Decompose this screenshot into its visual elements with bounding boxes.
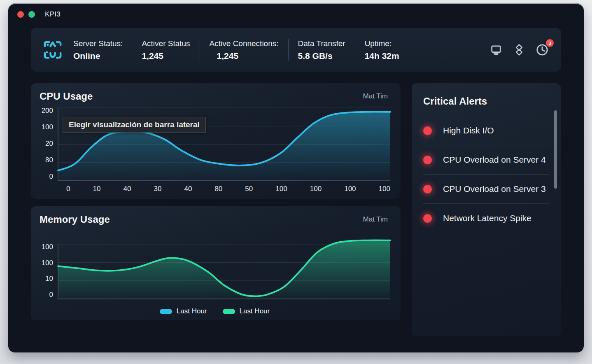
axis-tick-label: 10 <box>45 275 53 282</box>
memory-usage-card: Memory Usage Mat Tim 100100100 Last Hour <box>31 206 401 320</box>
alert-status-icon <box>423 126 432 135</box>
axis-tick-label: 100 <box>379 185 390 193</box>
cpu-y-axis: 20010020800 <box>39 108 58 181</box>
alert-status-icon <box>423 214 432 223</box>
notification-badge: 3 <box>546 39 554 47</box>
axis-tick-label: 100 <box>344 185 356 193</box>
stat-value: 1,245 <box>210 51 279 61</box>
stat-activer-status: Activer Status 1,245 <box>132 39 199 61</box>
cpu-corner-label: Mat Tim <box>363 92 388 100</box>
header-stats-bar: Server Status: Online Activer Status 1,2… <box>31 28 561 72</box>
axis-tick-label: 10 <box>93 185 101 193</box>
memory-plot-area <box>58 244 390 299</box>
axis-tick-label: 20 <box>45 140 53 147</box>
alert-item[interactable]: CPU Overload on Server 4 <box>423 145 549 174</box>
app-window: KPI3 Server Status: Online Activer Statu… <box>8 3 584 352</box>
stat-server-status: Server Status: Online <box>64 39 132 61</box>
axis-tick-label: 0 <box>66 185 70 193</box>
cpu-x-axis: 0104030408050100100100100 <box>66 185 390 193</box>
alert-item[interactable]: High Disk I/O <box>423 116 549 145</box>
titlebar: KPI3 <box>8 3 584 26</box>
axis-tick-label: 100 <box>310 185 322 193</box>
stat-value: 5.8 GB/s <box>298 51 345 61</box>
stat-uptime: Uptime: 14h 32m <box>355 39 409 61</box>
axis-tick-label: 0 <box>49 173 53 180</box>
cpu-plot-area: Elegir visualización de barra lateral <box>58 108 390 181</box>
axis-tick-label: 100 <box>42 243 53 250</box>
axis-tick-label: 100 <box>42 124 53 131</box>
legend-item-memory[interactable]: Last Hour <box>223 307 270 315</box>
axis-tick-label: 0 <box>49 291 53 298</box>
window-title: KPI3 <box>45 10 61 19</box>
alert-status-icon <box>423 185 432 194</box>
alert-item[interactable]: Network Latency Spike <box>423 203 549 233</box>
alert-list: High Disk I/O CPU Overload on Server 4 C… <box>423 116 549 233</box>
cpu-card-title: CPU Usage <box>40 91 93 102</box>
legend-item-cpu[interactable]: Last Hour <box>160 307 207 315</box>
legend-swatch-green <box>223 309 235 314</box>
zoom-window-button[interactable] <box>28 11 35 18</box>
axis-tick-label: 80 <box>214 185 222 193</box>
axis-tick-label: 200 <box>42 107 53 114</box>
chart-tooltip: Elegir visualización de barra lateral <box>63 117 206 133</box>
stat-label: Uptime: <box>365 39 399 48</box>
axis-tick-label: 40 <box>123 185 131 193</box>
chart-legend: Last Hour Last Hour <box>39 307 390 315</box>
axis-tick-label: 40 <box>184 185 192 193</box>
app-logo-icon <box>42 39 64 61</box>
legend-swatch-blue <box>160 309 172 314</box>
memory-card-title: Memory Usage <box>40 214 110 225</box>
axis-tick-label: 100 <box>42 259 53 266</box>
memory-y-axis: 100100100 <box>39 244 58 299</box>
axis-tick-label: 80 <box>45 156 53 163</box>
memory-chart <box>58 244 390 299</box>
alert-status-icon <box>423 156 432 164</box>
cpu-usage-card: CPU Usage Mat Tim 20010020800 Elegir vis… <box>31 83 401 199</box>
axis-tick-label: 50 <box>245 185 253 193</box>
stat-data-transfer: Data Transfer 5.8 GB/s <box>289 39 355 61</box>
memory-corner-label: Mat Tim <box>363 215 388 224</box>
axis-tick-label: 100 <box>275 185 287 193</box>
alerts-scrollbar[interactable] <box>554 110 557 189</box>
stat-value: 1,245 <box>142 51 190 61</box>
stat-label: Data Transfer <box>298 39 345 48</box>
axis-tick-label: 30 <box>154 185 161 193</box>
alerts-title: Critical Alerts <box>423 96 549 107</box>
stats-group: Server Status: Online Activer Status 1,2… <box>64 28 409 72</box>
monitor-icon[interactable] <box>488 42 504 58</box>
stat-active-connections: Active Connections: 1,245 <box>200 39 288 61</box>
close-window-button[interactable] <box>17 11 24 18</box>
stat-value: Online <box>73 51 123 61</box>
clock-icon[interactable]: 3 <box>534 42 550 58</box>
stat-label: Server Status: <box>73 39 123 48</box>
critical-alerts-panel: Critical Alerts High Disk I/O CPU Overlo… <box>412 83 561 336</box>
stat-label: Active Connections: <box>210 39 279 48</box>
alert-item[interactable]: CPU Overload on Server 3 <box>423 174 549 203</box>
stat-value: 14h 32m <box>365 51 399 61</box>
stat-label: Activer Status <box>142 39 190 48</box>
header-icon-group: 3 <box>488 42 550 58</box>
layers-icon[interactable] <box>511 42 527 58</box>
